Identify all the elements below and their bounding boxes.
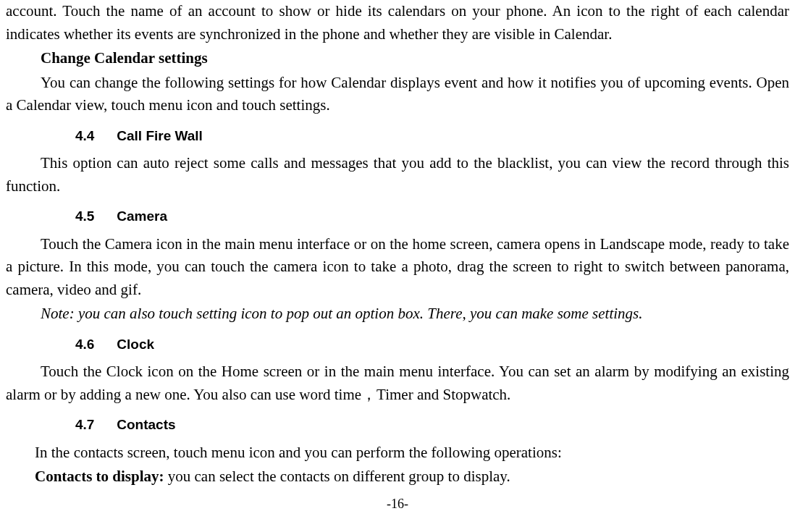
paragraph-account-continuation: account. Touch the name of an account to…	[6, 0, 789, 46]
section-title: Call Fire Wall	[117, 128, 203, 143]
contacts-to-display-label: Contacts to display:	[35, 468, 164, 485]
section-number: 4.7	[75, 415, 113, 436]
paragraph-calendar-settings: You can change the following settings fo…	[6, 72, 789, 117]
paragraph-camera: Touch the Camera icon in the main menu i…	[6, 233, 789, 302]
section-title: Contacts	[117, 417, 175, 432]
section-title: Clock	[117, 337, 154, 352]
paragraph-call-fire-wall: This option can auto reject some calls a…	[6, 152, 789, 198]
section-title: Camera	[117, 208, 167, 224]
section-number: 4.4	[75, 126, 113, 147]
section-heading-call-fire-wall: 4.4 Call Fire Wall	[6, 126, 789, 147]
section-heading-camera: 4.5 Camera	[6, 206, 789, 227]
section-number: 4.6	[75, 334, 113, 355]
heading-change-calendar-settings: Change Calendar settings	[6, 47, 789, 70]
page-number-footer: -16-	[6, 494, 789, 514]
paragraph-camera-note: Note: you can also touch setting icon to…	[6, 303, 789, 326]
paragraph-clock: Touch the Clock icon on the Home screen …	[6, 360, 789, 406]
section-heading-contacts: 4.7 Contacts	[6, 415, 789, 436]
paragraph-contacts-intro: In the contacts screen, touch menu icon …	[6, 442, 789, 465]
contacts-to-display-text: you can select the contacts on different…	[164, 468, 510, 485]
paragraph-contacts-to-display: Contacts to display: you can select the …	[6, 465, 789, 489]
section-heading-clock: 4.6 Clock	[6, 334, 789, 355]
section-number: 4.5	[75, 206, 113, 227]
